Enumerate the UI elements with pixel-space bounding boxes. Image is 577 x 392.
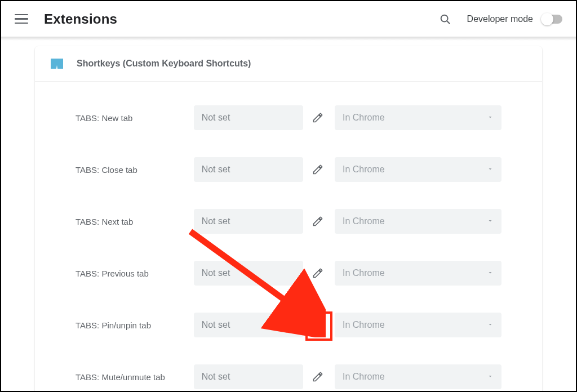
command-label: TABS: New tab [76,113,194,123]
shortcut-row: TABS: Previous tab Not set In Chrome [35,247,542,299]
chevron-down-icon [487,320,494,330]
scope-select[interactable]: In Chrome [335,209,501,234]
scope-select[interactable]: In Chrome [335,261,501,286]
svg-point-0 [441,15,447,21]
scope-value: In Chrome [343,372,385,382]
chevron-down-icon [487,113,494,123]
scope-select[interactable]: In Chrome [335,105,501,130]
shortcut-input[interactable]: Not set [194,313,303,337]
shortcut-input[interactable]: Not set [194,261,303,286]
edit-shortcut-button[interactable] [308,262,328,284]
edit-shortcut-button[interactable] [308,106,328,129]
scope-value: In Chrome [343,216,385,226]
scope-select[interactable]: In Chrome [335,157,501,182]
menu-icon[interactable] [15,12,28,26]
scope-value: In Chrome [343,113,385,123]
edit-shortcut-button[interactable] [308,158,328,181]
developer-mode-label: Developer mode [467,14,533,24]
page-title: Extensions [44,11,117,27]
chevron-down-icon [487,372,494,382]
extension-header: Shortkeys (Custom Keyboard Shortcuts) [35,46,542,82]
edit-shortcut-button[interactable] [308,314,328,336]
scope-select[interactable]: In Chrome [335,364,501,389]
edit-shortcut-button[interactable] [308,366,328,388]
chevron-down-icon [487,164,494,175]
chevron-down-icon [487,268,494,278]
extension-name: Shortkeys (Custom Keyboard Shortcuts) [77,59,251,69]
scope-value: In Chrome [343,164,385,175]
svg-line-1 [447,21,450,24]
command-label: TABS: Next tab [76,217,194,226]
search-icon[interactable] [439,13,451,25]
command-label: TABS: Close tab [76,165,194,175]
command-label: TABS: Pin/unpin tab [76,320,194,330]
scope-value: In Chrome [343,268,385,278]
command-label: TABS: Mute/unmute tab [76,372,194,382]
chevron-down-icon [487,216,494,226]
shortcut-input[interactable]: Not set [194,209,303,234]
shortcut-row: TABS: Pin/unpin tab Not set In Chrome [35,299,542,351]
extension-card: Shortkeys (Custom Keyboard Shortcuts) TA… [35,46,542,392]
shortcut-input[interactable]: Not set [194,157,303,182]
toolbar: Extensions Developer mode [1,1,576,37]
edit-shortcut-button[interactable] [308,210,328,233]
developer-mode-toggle[interactable] [542,15,562,24]
shortcut-input[interactable]: Not set [194,105,303,130]
shortcut-row: TABS: New tab Not set In Chrome [35,92,542,144]
shortcut-row: TABS: Mute/unmute tab Not set In Chrome [35,351,542,392]
shortcut-input[interactable]: Not set [194,364,303,389]
shortcut-row: TABS: Close tab Not set In Chrome [35,144,542,195]
command-label: TABS: Previous tab [76,269,194,278]
extension-icon [51,59,63,69]
scope-value: In Chrome [343,320,385,330]
shortcut-row: TABS: Next tab Not set In Chrome [35,195,542,247]
scope-select[interactable]: In Chrome [335,313,501,337]
